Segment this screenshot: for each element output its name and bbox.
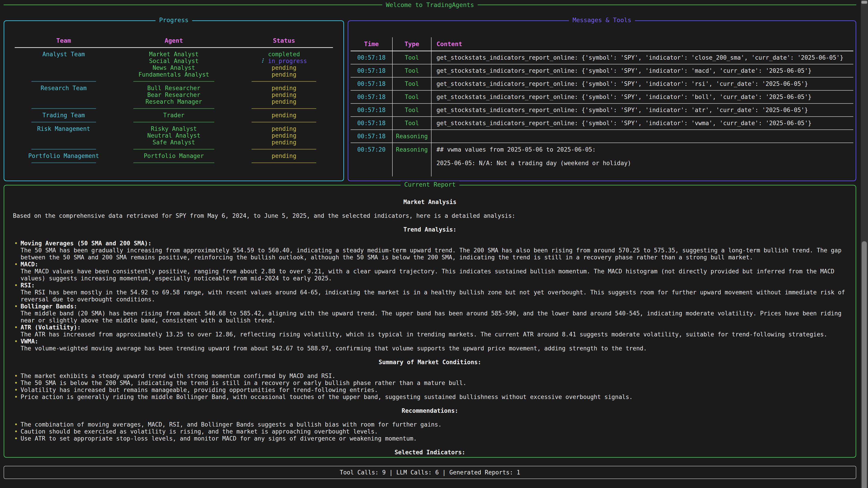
table-row: Analyst Team Market Analyst completed [15,51,333,58]
welcome-rule: Welcome to TradingAgents [4,1,856,8]
bullet-icon: • [14,338,18,345]
status-badge: ⠇in_progress [235,58,333,64]
section-heading-summary: Summary of Market Conditions: [10,359,850,366]
report-body: Market Analysis Based on the comprehensi… [4,186,856,456]
table-row: Bear Researcher pending [15,92,333,98]
bullet-icon: • [14,303,18,310]
list-item: •The combination of moving averages, MAC… [13,421,850,428]
bullet-icon: • [14,387,18,394]
message-row: 00:57:18 Tool get_stockstats_indicators_… [350,51,853,64]
message-row: 00:57:18 Tool get_stockstats_indicators_… [350,77,853,91]
table-row: Trading Team Trader pending [15,112,333,119]
list-item: •MACD:The MACD values have been consiste… [13,261,850,282]
status-badge: pending [235,71,333,78]
message-row: 00:57:18 Tool get_stockstats_indicators_… [350,64,853,77]
summary-bullet-list: •The market exhibits a steady upward tre… [13,372,850,400]
section-divider [15,146,333,153]
stats-footer: Tool Calls: 9 | LLM Calls: 6 | Generated… [4,466,856,479]
status-badge: pending [235,132,333,139]
message-row: 00:57:18 Tool get_stockstats_indicators_… [350,104,853,117]
messages-panel-title: Messages & Tools [569,17,635,24]
status-badge: completed [235,51,333,58]
status-badge: pending [235,85,333,92]
bullet-icon: • [14,421,18,428]
list-item: •Price action is generally riding the mi… [13,394,850,400]
section-divider [15,78,333,85]
recommendations-bullet-list: •The combination of moving averages, MAC… [13,421,850,442]
table-row: Social Analyst ⠇in_progress [15,58,333,64]
messages-tools-panel: Messages & Tools Time Type Content 00:57… [348,20,856,181]
column-header-team: Team [15,37,113,44]
table-row: Risk Management Risky Analyst pending [15,125,333,132]
progress-panel-title: Progress [156,17,192,24]
list-item: •ATR (Volatility):The ATR has increased … [13,324,850,338]
messages-table-header: Time Type Content [350,37,853,51]
message-row: 00:57:18 Tool get_stockstats_indicators_… [350,91,853,104]
rule-line-right [477,4,856,5]
progress-table: Team Agent Status Analyst Team Market An… [4,21,343,166]
section-divider [15,159,333,166]
section-heading-selected-indicators: Selected Indicators: [10,449,850,456]
messages-table: Time Type Content 00:57:18 Tool get_stoc… [350,37,853,176]
status-badge: pending [235,98,333,105]
column-header-status: Status [235,37,333,44]
report-heading: Market Analysis [10,199,850,205]
status-badge: pending [235,125,333,132]
list-item: •Moving Averages (50 SMA and 200 SMA):Th… [13,240,850,261]
header-divider [15,44,333,51]
status-badge: pending [235,153,333,159]
section-heading-trend: Trend Analysis: [10,226,850,233]
list-item: •The 50 SMA is below the 200 SMA, indica… [13,380,850,387]
table-row: News Analyst pending [15,64,333,71]
table-row: Safe Analyst pending [15,139,333,146]
bullet-icon: • [14,380,18,387]
table-row: Neutral Analyst pending [15,132,333,139]
current-report-panel: Current Report Market Analysis Based on … [4,185,856,458]
progress-table-header: Team Agent Status [15,37,333,44]
trend-bullet-list: •Moving Averages (50 SMA and 200 SMA):Th… [13,240,850,352]
column-header-type: Type [393,37,432,51]
table-row: Research Manager pending [15,98,333,105]
list-item: •Use ATR to set appropriate stop-loss le… [13,435,850,442]
status-badge: pending [235,64,333,71]
section-divider [15,105,333,112]
section-divider [15,119,333,125]
rule-line-left [4,4,382,5]
scrollbar-thumb[interactable] [862,241,867,488]
column-header-agent: Agent [113,37,235,44]
section-heading-recommendations: Recommendations: [10,408,850,414]
list-item: •The market exhibits a steady upward tre… [13,372,850,380]
status-badge: pending [235,112,333,119]
bullet-icon: • [14,240,18,247]
bullet-icon: • [14,394,18,400]
table-row: Research Team Bull Researcher pending [15,85,333,92]
column-header-content: Content [432,37,853,51]
bullet-icon: • [14,435,18,442]
spinner-icon: ⠇ [261,58,265,64]
bullet-icon: • [14,372,18,380]
report-intro: Based on the comprehensive data retrieve… [13,213,850,219]
status-badge: pending [235,92,333,98]
app-title: Welcome to TradingAgents [386,1,474,8]
column-header-time: Time [350,37,393,51]
message-row: 00:57:20 Reasoning ## vwma values from 2… [350,143,853,176]
status-badge: pending [235,139,333,146]
progress-panel: Progress Team Agent Status Analyst Team … [4,20,344,181]
bullet-icon: • [14,428,18,435]
table-row: Fundamentals Analyst pending [15,71,333,78]
message-row: 00:57:18 Tool get_stockstats_indicators_… [350,117,853,130]
report-panel-title: Current Report [401,181,459,188]
message-row: 00:57:18 Reasoning [350,130,853,143]
list-item: •Bollinger Bands:The middle band (20 SMA… [13,303,850,324]
stats-text: Tool Calls: 9 | LLM Calls: 6 | Generated… [340,469,520,476]
list-item: •VWMA:The volume-weighted moving average… [13,338,850,352]
bullet-icon: • [14,324,18,331]
scrollbar[interactable] [861,0,868,488]
list-item: •Volatility has increased but remains ma… [13,387,850,394]
list-item: •RSI:The RSI has been mostly in the 54.9… [13,282,850,303]
scrollbar-top-button[interactable] [861,1,867,4]
bullet-icon: • [14,282,18,289]
bullet-icon: • [14,261,18,268]
table-row: Portfolio Management Portfolio Manager p… [15,153,333,159]
list-item: •Caution should be exercised as volatili… [13,428,850,435]
